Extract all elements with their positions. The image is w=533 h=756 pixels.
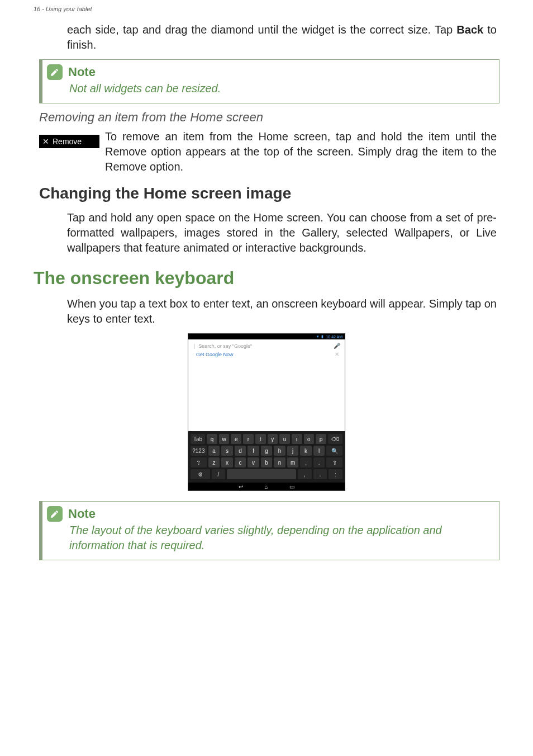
- key-z[interactable]: z: [208, 457, 220, 467]
- page-header: 16 - Using your tablet: [0, 0, 533, 15]
- close-icon[interactable]: ✕: [335, 351, 339, 357]
- key-q[interactable]: q: [207, 434, 217, 444]
- key-b[interactable]: b: [261, 457, 273, 467]
- note-body-1: Not all widgets can be resized.: [69, 81, 490, 96]
- tablet-screenshot: ▾ ▮ 10:42 AM | Search, or say "Google" 🎤…: [188, 333, 345, 491]
- mic-icon[interactable]: 🎤: [334, 343, 340, 349]
- key-m[interactable]: m: [287, 457, 299, 467]
- key-comma[interactable]: ,: [300, 457, 312, 467]
- key-p[interactable]: p: [316, 434, 326, 444]
- key-v[interactable]: v: [248, 457, 259, 467]
- key-k[interactable]: k: [300, 446, 312, 456]
- heading-onscreen-keyboard: The onscreen keyboard: [34, 268, 533, 289]
- key-u[interactable]: u: [279, 434, 290, 444]
- key-n[interactable]: n: [274, 457, 285, 467]
- key-i[interactable]: i: [292, 434, 302, 444]
- paragraph-onscreen-intro: When you tap a text box to enter text, a…: [67, 296, 497, 327]
- key-l[interactable]: l: [313, 446, 325, 456]
- text-bold-remove-2: Remove: [105, 160, 146, 173]
- key-period[interactable]: .: [313, 457, 325, 467]
- key-w[interactable]: w: [219, 434, 230, 444]
- key-search[interactable]: 🔍: [326, 446, 342, 456]
- suggest-text: Get Google Now: [196, 352, 234, 357]
- paragraph-resize-widget: each side, tap and drag the diamond unti…: [67, 22, 497, 53]
- nav-home-icon[interactable]: ⌂: [264, 484, 268, 490]
- key-d[interactable]: d: [235, 446, 246, 456]
- key-tab[interactable]: Tab: [191, 434, 205, 444]
- close-icon: ✕: [42, 137, 49, 146]
- text: To remove an item from the Home screen, …: [105, 130, 497, 143]
- heading-removing-item: Removing an item from the Home screen: [39, 110, 533, 125]
- wifi-icon: ▾: [317, 334, 319, 339]
- status-time: 10:42 AM: [326, 335, 342, 339]
- paragraph-changing-image: Tap and hold any open space on the Home …: [67, 210, 497, 256]
- blank-area: [188, 360, 345, 431]
- key-o[interactable]: o: [304, 434, 315, 444]
- nav-back-icon[interactable]: ↩: [239, 484, 243, 490]
- paragraph-remove-item: To remove an item from the Home screen, …: [105, 129, 497, 174]
- key-slash[interactable]: /: [212, 469, 226, 479]
- key-g[interactable]: g: [261, 446, 273, 456]
- kbd-row-3: ⇧ z x c v b n m , . ⇧: [191, 457, 342, 467]
- heading-changing-image: Changing the Home screen image: [39, 185, 533, 202]
- pencil-icon: [47, 506, 63, 522]
- remove-badge: ✕ Remove: [39, 135, 99, 148]
- key-e[interactable]: e: [231, 434, 241, 444]
- search-placeholder: Search, or say "Google": [198, 343, 252, 349]
- key-shift-right[interactable]: ⇧: [326, 457, 342, 467]
- key-123[interactable]: ?123: [191, 446, 207, 456]
- key-y[interactable]: y: [268, 434, 278, 444]
- key-a[interactable]: a: [208, 446, 220, 456]
- key-colon[interactable]: :: [329, 469, 342, 479]
- text-bold-back: Back: [456, 23, 483, 36]
- text-bold-remove-1: Remove: [105, 145, 146, 158]
- note-body-2: The layout of the keyboard varies slight…: [69, 523, 490, 553]
- suggest-row[interactable]: Get Google Now ✕: [188, 351, 345, 360]
- kbd-row-4: ⚙ / , . :: [191, 469, 342, 479]
- pencil-icon: [47, 64, 63, 80]
- key-comma-2[interactable]: ,: [298, 469, 312, 479]
- android-nav-bar: ↩ ⌂ ▭: [188, 483, 345, 490]
- key-settings[interactable]: ⚙: [191, 469, 210, 479]
- key-space[interactable]: [227, 469, 296, 479]
- battery-icon: ▮: [321, 334, 323, 339]
- key-c[interactable]: c: [235, 457, 246, 467]
- note-box-1: Note Not all widgets can be resized.: [39, 59, 499, 103]
- note-title: Note: [68, 507, 96, 521]
- search-row[interactable]: | Search, or say "Google" 🎤: [188, 339, 345, 351]
- nav-recent-icon[interactable]: ▭: [289, 484, 294, 490]
- key-period-2[interactable]: .: [313, 469, 327, 479]
- key-backspace[interactable]: ⌫: [328, 434, 342, 444]
- key-s[interactable]: s: [221, 446, 233, 456]
- key-x[interactable]: x: [221, 457, 233, 467]
- text: each side, tap and drag the diamond unti…: [67, 23, 456, 36]
- key-j[interactable]: j: [287, 446, 299, 456]
- kbd-row-1: Tab q w e r t y u i o p ⌫: [191, 434, 342, 444]
- note-title: Note: [68, 65, 96, 79]
- key-r[interactable]: r: [243, 434, 254, 444]
- key-f[interactable]: f: [248, 446, 259, 456]
- remove-badge-label: Remove: [53, 137, 82, 146]
- key-shift-left[interactable]: ⇧: [191, 457, 207, 467]
- onscreen-keyboard[interactable]: Tab q w e r t y u i o p ⌫ ?123 a s: [188, 431, 345, 483]
- note-box-2: Note The layout of the keyboard varies s…: [39, 501, 499, 560]
- key-t[interactable]: t: [255, 434, 266, 444]
- key-h[interactable]: h: [274, 446, 285, 456]
- text: option.: [146, 160, 183, 173]
- status-bar: ▾ ▮ 10:42 AM: [188, 334, 345, 339]
- text: option appears at the top of the screen.…: [146, 145, 497, 158]
- kbd-row-2: ?123 a s d f g h j k l 🔍: [191, 446, 342, 456]
